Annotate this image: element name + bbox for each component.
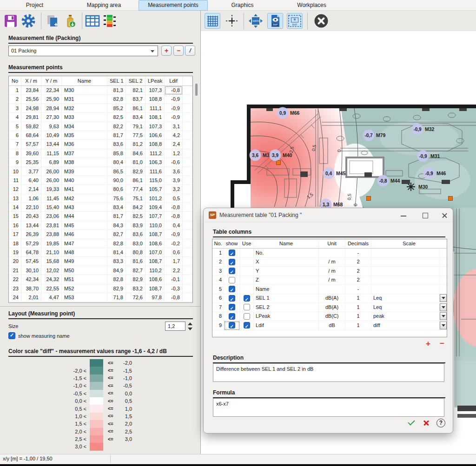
- table-cell[interactable]: 0,4: [165, 221, 183, 230]
- size-input[interactable]: 1,2: [165, 322, 185, 331]
- table-cell[interactable]: 3,77: [21, 167, 41, 176]
- scale-dropdown-button[interactable]: [440, 294, 447, 302]
- table-cell[interactable]: 4,47: [41, 293, 62, 302]
- table-cell[interactable]: 82,7: [126, 266, 145, 275]
- table-cell[interactable]: 11: [9, 176, 21, 185]
- table-cell[interactable]: -0,9: [165, 113, 183, 122]
- grid-cell-decimals[interactable]: -: [345, 249, 371, 258]
- table-cell[interactable]: 110,0: [145, 221, 165, 230]
- crosshair-button[interactable]: [224, 13, 240, 29]
- tab-graphics[interactable]: Graphics: [208, 0, 277, 11]
- table-row[interactable]: 1726,3923,88M4682,783,6108,7-0,9: [9, 230, 192, 239]
- table-cell[interactable]: 23,88: [41, 230, 62, 239]
- table-cell[interactable]: 25,56: [21, 95, 41, 104]
- grid-cell-show[interactable]: [224, 303, 240, 312]
- grid-row[interactable]: 7SEL 2dB(A)1Leq: [212, 303, 447, 312]
- grid-row[interactable]: 5Name-: [212, 285, 447, 294]
- table-cell[interactable]: M30: [62, 86, 107, 95]
- table-cell[interactable]: 1,7: [165, 257, 183, 266]
- table-cell[interactable]: 83,9: [126, 221, 145, 230]
- table-cell[interactable]: 107,3: [145, 122, 165, 131]
- column-header[interactable]: Name: [62, 76, 107, 85]
- grid-cell-no[interactable]: 2: [212, 258, 224, 267]
- table-cell[interactable]: 83,4: [126, 113, 145, 122]
- grid-cell-unit[interactable]: / m: [319, 258, 345, 267]
- grid-cell-name[interactable]: Ldif: [254, 321, 319, 330]
- table-cell[interactable]: 71,8: [107, 293, 126, 302]
- table-cell[interactable]: 11,45: [41, 194, 62, 203]
- table-cell[interactable]: 82,1: [126, 86, 145, 95]
- table-cell[interactable]: M45: [62, 221, 107, 230]
- grid-cell-no[interactable]: 7: [212, 303, 224, 312]
- table-cell[interactable]: 106,6: [145, 131, 165, 140]
- table-cell[interactable]: M50: [62, 266, 107, 275]
- grid-column-header[interactable]: show: [224, 239, 240, 248]
- table-cell[interactable]: 107,7: [145, 212, 165, 221]
- table-cell[interactable]: M31: [62, 95, 107, 104]
- table-cell[interactable]: 5: [9, 122, 21, 131]
- show-checkbox[interactable]: [229, 304, 235, 310]
- table-cell[interactable]: M37: [62, 149, 107, 158]
- grid-cell-use[interactable]: [240, 258, 254, 267]
- table-cell[interactable]: 16: [9, 221, 21, 230]
- grid-cell-show[interactable]: [224, 249, 240, 258]
- table-cell[interactable]: 12: [9, 185, 21, 194]
- table-cell[interactable]: M42: [62, 194, 107, 203]
- show-measuring-name-checkbox[interactable]: [8, 332, 15, 339]
- grid-cell-scale[interactable]: Leq: [371, 303, 440, 312]
- table-cell[interactable]: 82,9: [126, 167, 145, 176]
- table-cell[interactable]: M47: [62, 239, 107, 248]
- table-cell[interactable]: 108,8: [145, 95, 165, 104]
- save-button[interactable]: [3, 13, 19, 29]
- table-cell[interactable]: -0,2: [165, 239, 183, 248]
- table-row[interactable]: 116,4026,00M4090,086,1115,03,9: [9, 176, 192, 185]
- table-cell[interactable]: M34: [62, 122, 107, 131]
- grid-cell-unit[interactable]: dB(C): [319, 312, 345, 322]
- column-header[interactable]: LPeak: [145, 76, 165, 85]
- use-checkbox[interactable]: [244, 295, 250, 302]
- grid-cell-use[interactable]: [240, 249, 254, 258]
- maximize-button[interactable]: [420, 211, 430, 219]
- grid-row[interactable]: 8LPeakdB(C)1peak: [212, 312, 447, 322]
- column-header[interactable]: Y / m: [41, 76, 62, 85]
- table-cell[interactable]: 106,3: [145, 158, 165, 167]
- grid-column-header[interactable]: No.: [212, 239, 224, 248]
- table-cell[interactable]: M53: [62, 293, 107, 302]
- table-cell[interactable]: 38,70: [21, 284, 41, 293]
- grid-cell-no[interactable]: 5: [212, 285, 224, 294]
- table-cell[interactable]: 82,8: [107, 95, 126, 104]
- table-cell[interactable]: 7: [9, 140, 21, 149]
- table-cell[interactable]: 82,5: [107, 113, 126, 122]
- grid-cell-name[interactable]: LPeak: [254, 312, 319, 322]
- table-row[interactable]: 1422,1015,40M4383,484,2109,4-0,8: [9, 203, 192, 212]
- table-cell[interactable]: 83,6: [107, 140, 126, 149]
- grid-cell-show[interactable]: [224, 321, 240, 330]
- dialog-titlebar[interactable]: SP Measurement table "01 Packing ": [204, 208, 453, 222]
- table-cell[interactable]: 81,3: [107, 86, 126, 95]
- table-cell[interactable]: 22,55: [41, 284, 62, 293]
- table-cell[interactable]: 81,4: [107, 248, 126, 257]
- table-cell[interactable]: 83,4: [107, 203, 126, 212]
- table-cell[interactable]: 86,1: [126, 176, 145, 185]
- remove-column-button[interactable]: −: [437, 339, 447, 348]
- table-cell[interactable]: 29,81: [21, 113, 41, 122]
- table-cell[interactable]: M36: [62, 140, 107, 149]
- grid-cell-no[interactable]: 4: [212, 276, 224, 285]
- table-row[interactable]: 839,6011,15M3785,884,6111,21,2: [9, 149, 192, 158]
- table-cell[interactable]: 23,84: [21, 86, 41, 95]
- table-cell[interactable]: 8: [9, 149, 21, 158]
- table-cell[interactable]: 82,5: [126, 212, 145, 221]
- table-cell[interactable]: 23,06: [41, 212, 62, 221]
- tab-project[interactable]: Project: [0, 0, 69, 11]
- grid-row[interactable]: 6SEL 1dB(A)1Leq: [212, 294, 447, 303]
- grid-cell-dropdown[interactable]: [440, 321, 447, 330]
- grid-cell-scale[interactable]: [371, 258, 440, 267]
- grid-cell-unit[interactable]: / m: [319, 276, 345, 285]
- table-cell[interactable]: 64,78: [21, 248, 41, 257]
- grid-cell-name[interactable]: X: [254, 258, 319, 267]
- table-cell[interactable]: 24,32: [41, 275, 62, 284]
- table-cell[interactable]: 6,40: [21, 176, 41, 185]
- grid-cell-dropdown[interactable]: [440, 267, 447, 276]
- show-checkbox[interactable]: [229, 322, 235, 328]
- grid-cell-show[interactable]: [224, 276, 240, 285]
